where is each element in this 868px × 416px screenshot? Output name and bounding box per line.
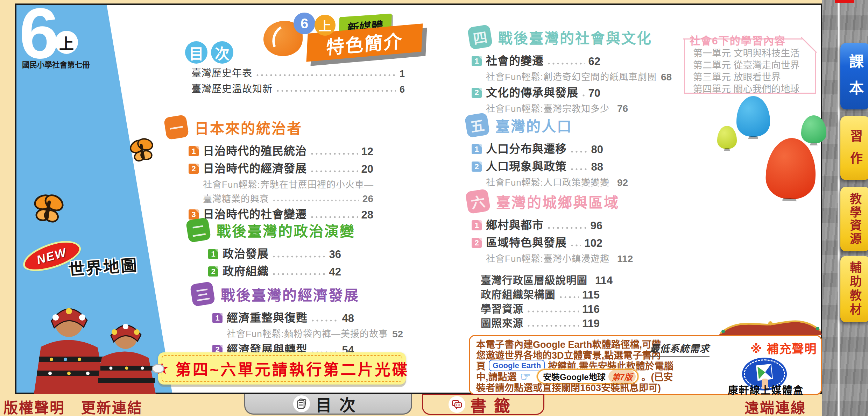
chapter-heading[interactable]: 三 戰後臺灣的經濟發展 <box>191 283 359 305</box>
toc-entry[interactable]: 臺灣行政區層級說明圖 114 <box>481 274 600 287</box>
world-map-label[interactable]: 世界地圖 <box>68 252 139 280</box>
side-tab-supplementary[interactable]: 輔助教材 <box>840 256 868 322</box>
chapter-heading[interactable]: 五 臺灣的人口 <box>466 114 603 136</box>
google-earth-note-box: 本電子書內建Google Earth軟體路徑檔,可帶 您遨遊世界各地的3D立體實… <box>469 335 822 395</box>
entry-page: 96 <box>591 220 602 232</box>
toc-entry[interactable]: 2 人口現象與政策 88 <box>472 159 603 173</box>
entry-label: 臺灣行政區層級說明圖 <box>481 274 587 287</box>
toc-subentry[interactable]: 社會Fun輕鬆:人口政策變變變 92 <box>486 177 603 188</box>
next-volume-unit: 第二單元 從臺灣走向世界 <box>693 59 800 71</box>
cover-photo <box>16 291 169 394</box>
supplement-statement-link[interactable]: ※ 補充聲明 <box>750 339 817 357</box>
badge-semester: 上 <box>315 15 336 36</box>
toc-entry[interactable]: 1 經濟重整與復甦 48 <box>212 311 354 325</box>
next-volume-unit: 第四單元 關心我們的地球 <box>693 83 800 95</box>
side-tab-textbook[interactable]: 課本 <box>840 43 868 109</box>
entry-page: 76 <box>617 103 628 114</box>
dotted-leader <box>273 256 326 258</box>
entry-label: 臺灣糖業的興衰 <box>203 193 269 205</box>
entry-number-badge: 1 <box>472 220 482 230</box>
copyright-link[interactable]: 版權聲明 <box>3 396 65 416</box>
entry-label: 人口分布與遷移 <box>486 142 567 156</box>
entry-label: 政治發展 <box>223 247 269 261</box>
toc-entry[interactable]: 2 政府組織 42 <box>208 264 341 278</box>
entry-label: 學習資源 <box>481 303 523 316</box>
toc-subentry[interactable]: 臺灣糖業的興衰 26 <box>203 193 373 205</box>
dotted-leader <box>277 90 396 92</box>
entry-page: 52 <box>392 329 403 340</box>
chapter-heading[interactable]: 一 日本來的統治者 <box>165 116 373 138</box>
toc-subentry[interactable]: 社會Fun輕鬆:麵粉袋內褲—美援的故事 52 <box>227 328 354 340</box>
entry-page: 26 <box>362 193 373 205</box>
entry-page: 12 <box>361 145 373 158</box>
book-page: 6 上 國民小學社會第七冊 NEW 世界地圖 目 次 <box>15 3 822 394</box>
chapter-3: 三 戰後臺灣的經濟發展 1 經濟重整與復甦 48 社會Fun輕鬆:麵粉袋內褲—美… <box>191 283 359 360</box>
entry-label: 圖照來源 <box>481 317 523 330</box>
chapter-1: 一 日本來的統治者 1 日治時代的殖民統治 12 2 日治時代的經濟發展 20 … <box>165 116 373 225</box>
toc-subentry[interactable]: 社會Fun輕鬆:奔馳在甘蔗田裡的小火車— <box>203 179 373 191</box>
entry-page: 115 <box>582 289 600 301</box>
toc-tab[interactable]: 目次 <box>244 394 412 415</box>
toc-entry[interactable]: 臺灣歷史溫故知新 6 <box>191 83 405 95</box>
entry-page: 92 <box>617 177 628 188</box>
entry-number-badge: 1 <box>472 56 482 66</box>
remote-connection-link[interactable]: 遠端連線 <box>744 396 806 416</box>
side-tab-teaching-resources[interactable]: 教學資源 <box>840 187 868 251</box>
sky-lantern-blue <box>736 96 770 137</box>
note-line: 裝者請勿點選或直接關閉1603安裝訊息即可) <box>476 382 673 393</box>
entry-number-badge: 1 <box>208 249 218 259</box>
entry-page: 114 <box>595 274 613 287</box>
update-link[interactable]: 更新連結 <box>81 396 143 416</box>
toc-entry[interactable]: 學習資源 116 <box>481 303 600 316</box>
bookmark-tab[interactable]: 書籤 <box>422 394 544 415</box>
chapter-title: 日本來的統治者 <box>195 117 302 138</box>
chapter-numeral-badge: 三 <box>190 281 215 307</box>
entry-label: 社會Fun輕鬆:麵粉袋內褲—美援的故事 <box>227 328 388 340</box>
entry-page: 36 <box>329 248 341 261</box>
entry-label: 臺灣歷史溫故知新 <box>191 83 273 95</box>
entry-number-badge: 1 <box>212 313 223 323</box>
toc-subentry[interactable]: 社會Fun輕鬆:臺灣小鎮漫遊趣 112 <box>486 253 602 265</box>
entry-label: 社會Fun輕鬆:人口政策變變變 <box>486 177 609 188</box>
entry-page: 42 <box>329 266 341 278</box>
chapter-numeral-badge: 五 <box>464 112 490 138</box>
entry-label: 鄉村與都市 <box>486 218 544 232</box>
dotted-leader <box>528 325 579 327</box>
chapter-heading[interactable]: 六 臺灣的城鄉與區域 <box>467 190 619 213</box>
toc-subentry[interactable]: 社會Fun輕鬆:創造奇幻空間的紙風車劇團 68 <box>486 71 600 83</box>
toc-entry[interactable]: 2 日治時代的經濟發展 20 <box>189 162 373 175</box>
chapter-title: 臺灣的城鄉與區域 <box>496 191 619 212</box>
toc-entry[interactable]: 圖照來源 119 <box>481 317 600 330</box>
toc-subentry[interactable]: 社會Fun輕鬆:臺灣宗教知多少 76 <box>486 103 600 115</box>
dotted-leader <box>312 320 339 322</box>
dotted-leader <box>528 310 579 313</box>
system-requirements-link[interactable]: 最低系統需求 <box>650 341 710 357</box>
entry-label: 日治時代的經濟發展 <box>203 162 307 175</box>
feature-intro-badge[interactable]: 新媒體 6 上 特色簡介 <box>261 10 436 59</box>
entry-page: 68 <box>661 72 672 83</box>
toc-entry[interactable]: 2 區域特色與發展 102 <box>472 236 602 250</box>
dotted-leader <box>311 153 358 155</box>
entry-page: 119 <box>582 317 600 330</box>
dotted-leader <box>548 227 587 229</box>
toc-entry[interactable]: 1 鄉村與都市 96 <box>472 218 602 232</box>
toc-entry[interactable]: 1 日治時代的殖民統治 12 <box>189 144 373 158</box>
chapter-heading[interactable]: 二 戰後臺灣的政治演變 <box>187 219 355 241</box>
chapter-heading[interactable]: 四 戰後臺灣的社會與文化 <box>469 26 652 48</box>
dotted-leader <box>273 273 326 275</box>
entry-page: 48 <box>342 312 354 325</box>
toc-title-char: 目 <box>185 41 207 64</box>
side-tab-workbook[interactable]: 習作 <box>840 116 868 180</box>
chapter-numeral-badge: 四 <box>467 24 493 50</box>
toc-entry[interactable]: 政府組織架構圖 115 <box>481 288 600 301</box>
entry-label: 政府組織架構圖 <box>481 288 556 301</box>
toc-entry[interactable]: 1 政治發展 36 <box>208 247 341 261</box>
toc-entry[interactable]: 臺灣歷史年表 1 <box>191 67 405 79</box>
toc-entry[interactable]: 2 文化的傳承與發展 70 <box>472 86 600 100</box>
entry-page: 80 <box>591 143 603 156</box>
butterfly-icon <box>123 132 162 171</box>
chapter-numeral-badge: 一 <box>163 114 189 140</box>
toc-entry[interactable]: 1 人口分布與遷移 80 <box>472 142 603 156</box>
toc-entry[interactable]: 1 社會的變遷 62 <box>472 54 600 68</box>
entry-page: 6 <box>400 84 405 95</box>
